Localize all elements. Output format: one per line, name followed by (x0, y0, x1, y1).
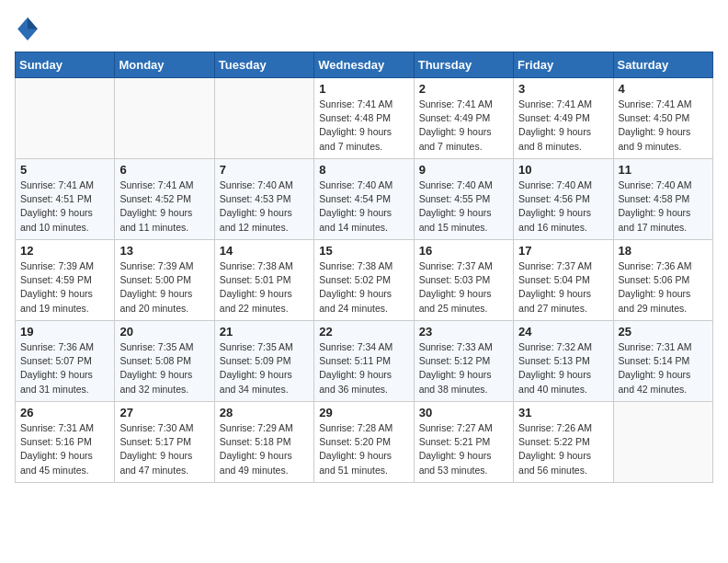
day-of-week-header: Sunday (16, 52, 115, 78)
calendar-cell: 2Sunrise: 7:41 AM Sunset: 4:49 PM Daylig… (414, 78, 513, 159)
day-number: 30 (419, 406, 508, 419)
day-info: Sunrise: 7:41 AM Sunset: 4:49 PM Dayligh… (419, 98, 508, 154)
day-info: Sunrise: 7:35 AM Sunset: 5:08 PM Dayligh… (119, 340, 209, 396)
calendar-cell: 5Sunrise: 7:41 AM Sunset: 4:51 PM Daylig… (16, 159, 115, 240)
day-number: 6 (119, 163, 209, 177)
calendar-cell: 17Sunrise: 7:37 AM Sunset: 5:04 PM Dayli… (514, 240, 613, 321)
day-info: Sunrise: 7:36 AM Sunset: 5:07 PM Dayligh… (20, 340, 109, 396)
day-number: 26 (20, 406, 109, 419)
calendar-week-row: 19Sunrise: 7:36 AM Sunset: 5:07 PM Dayli… (16, 321, 713, 402)
calendar-cell: 16Sunrise: 7:37 AM Sunset: 5:03 PM Dayli… (414, 240, 513, 321)
day-number: 24 (518, 325, 608, 339)
calendar-cell: 12Sunrise: 7:39 AM Sunset: 4:59 PM Dayli… (16, 240, 115, 321)
calendar-cell (613, 402, 712, 483)
calendar-cell: 14Sunrise: 7:38 AM Sunset: 5:01 PM Dayli… (214, 240, 313, 321)
calendar-cell: 25Sunrise: 7:31 AM Sunset: 5:14 PM Dayli… (613, 321, 712, 402)
day-number: 19 (20, 325, 109, 339)
day-number: 9 (419, 163, 508, 177)
day-number: 31 (518, 406, 608, 419)
calendar-cell (115, 78, 214, 159)
day-info: Sunrise: 7:41 AM Sunset: 4:51 PM Dayligh… (20, 178, 109, 235)
day-info: Sunrise: 7:31 AM Sunset: 5:14 PM Dayligh… (619, 340, 708, 396)
day-number: 8 (319, 163, 408, 177)
day-info: Sunrise: 7:27 AM Sunset: 5:21 PM Dayligh… (419, 421, 508, 477)
calendar-cell: 6Sunrise: 7:41 AM Sunset: 4:52 PM Daylig… (115, 159, 214, 240)
day-of-week-header: Saturday (613, 52, 712, 78)
page-header (15, 15, 713, 40)
calendar-cell: 11Sunrise: 7:40 AM Sunset: 4:58 PM Dayli… (613, 159, 712, 240)
day-info: Sunrise: 7:28 AM Sunset: 5:20 PM Dayligh… (319, 421, 408, 477)
day-info: Sunrise: 7:29 AM Sunset: 5:18 PM Dayligh… (220, 421, 309, 477)
day-number: 21 (220, 325, 309, 339)
calendar-cell: 9Sunrise: 7:40 AM Sunset: 4:55 PM Daylig… (414, 159, 513, 240)
day-number: 28 (220, 406, 309, 419)
calendar-cell: 3Sunrise: 7:41 AM Sunset: 4:49 PM Daylig… (514, 78, 613, 159)
day-info: Sunrise: 7:31 AM Sunset: 5:16 PM Dayligh… (20, 421, 109, 477)
day-of-week-header: Monday (115, 52, 214, 78)
day-info: Sunrise: 7:41 AM Sunset: 4:52 PM Dayligh… (119, 178, 209, 235)
day-number: 7 (220, 163, 309, 177)
day-number: 1 (319, 82, 408, 96)
day-number: 27 (119, 406, 209, 419)
day-info: Sunrise: 7:39 AM Sunset: 4:59 PM Dayligh… (20, 259, 109, 316)
day-number: 13 (119, 244, 209, 258)
day-number: 15 (319, 244, 408, 258)
calendar-cell: 18Sunrise: 7:36 AM Sunset: 5:06 PM Dayli… (613, 240, 712, 321)
day-info: Sunrise: 7:34 AM Sunset: 5:11 PM Dayligh… (319, 340, 408, 396)
calendar-cell: 7Sunrise: 7:40 AM Sunset: 4:53 PM Daylig… (214, 159, 313, 240)
day-number: 10 (518, 163, 608, 177)
day-info: Sunrise: 7:26 AM Sunset: 5:22 PM Dayligh… (518, 421, 608, 477)
calendar-cell: 13Sunrise: 7:39 AM Sunset: 5:00 PM Dayli… (115, 240, 214, 321)
day-number: 11 (619, 163, 708, 177)
calendar-table: SundayMondayTuesdayWednesdayThursdayFrid… (15, 52, 713, 483)
calendar-cell: 28Sunrise: 7:29 AM Sunset: 5:18 PM Dayli… (214, 402, 313, 483)
day-of-week-header: Friday (514, 52, 613, 78)
day-number: 18 (619, 244, 708, 258)
day-of-week-header: Wednesday (314, 52, 414, 78)
day-number: 2 (419, 82, 508, 96)
day-number: 29 (319, 406, 408, 419)
calendar-cell: 4Sunrise: 7:41 AM Sunset: 4:50 PM Daylig… (613, 78, 712, 159)
day-number: 17 (518, 244, 608, 258)
day-info: Sunrise: 7:35 AM Sunset: 5:09 PM Dayligh… (220, 340, 309, 396)
logo (15, 15, 44, 40)
calendar-cell: 21Sunrise: 7:35 AM Sunset: 5:09 PM Dayli… (214, 321, 313, 402)
calendar-cell: 10Sunrise: 7:40 AM Sunset: 4:56 PM Dayli… (514, 159, 613, 240)
calendar-cell: 15Sunrise: 7:38 AM Sunset: 5:02 PM Dayli… (314, 240, 414, 321)
day-info: Sunrise: 7:41 AM Sunset: 4:48 PM Dayligh… (319, 98, 408, 154)
day-info: Sunrise: 7:39 AM Sunset: 5:00 PM Dayligh… (119, 259, 209, 316)
day-number: 4 (619, 82, 708, 96)
day-info: Sunrise: 7:38 AM Sunset: 5:02 PM Dayligh… (319, 259, 408, 316)
calendar-cell (214, 78, 313, 159)
day-number: 3 (518, 82, 608, 96)
day-info: Sunrise: 7:40 AM Sunset: 4:53 PM Dayligh… (220, 178, 309, 235)
day-info: Sunrise: 7:41 AM Sunset: 4:49 PM Dayligh… (518, 98, 608, 154)
calendar-cell: 20Sunrise: 7:35 AM Sunset: 5:08 PM Dayli… (115, 321, 214, 402)
day-number: 22 (319, 325, 408, 339)
day-number: 5 (20, 163, 109, 177)
day-number: 16 (419, 244, 508, 258)
day-info: Sunrise: 7:37 AM Sunset: 5:04 PM Dayligh… (518, 259, 608, 316)
calendar-cell: 23Sunrise: 7:33 AM Sunset: 5:12 PM Dayli… (414, 321, 513, 402)
calendar-cell: 24Sunrise: 7:32 AM Sunset: 5:13 PM Dayli… (514, 321, 613, 402)
day-info: Sunrise: 7:37 AM Sunset: 5:03 PM Dayligh… (419, 259, 508, 316)
day-number: 14 (220, 244, 309, 258)
calendar-cell: 8Sunrise: 7:40 AM Sunset: 4:54 PM Daylig… (314, 159, 414, 240)
calendar-cell: 1Sunrise: 7:41 AM Sunset: 4:48 PM Daylig… (314, 78, 414, 159)
day-info: Sunrise: 7:30 AM Sunset: 5:17 PM Dayligh… (119, 421, 209, 477)
calendar-cell: 31Sunrise: 7:26 AM Sunset: 5:22 PM Dayli… (514, 402, 613, 483)
day-number: 25 (619, 325, 708, 339)
logo-icon (15, 15, 40, 40)
calendar-week-row: 1Sunrise: 7:41 AM Sunset: 4:48 PM Daylig… (16, 78, 713, 159)
calendar-week-row: 12Sunrise: 7:39 AM Sunset: 4:59 PM Dayli… (16, 240, 713, 321)
calendar-cell (16, 78, 115, 159)
day-number: 12 (20, 244, 109, 258)
calendar-cell: 29Sunrise: 7:28 AM Sunset: 5:20 PM Dayli… (314, 402, 414, 483)
day-info: Sunrise: 7:40 AM Sunset: 4:55 PM Dayligh… (419, 178, 508, 235)
day-info: Sunrise: 7:32 AM Sunset: 5:13 PM Dayligh… (518, 340, 608, 396)
calendar-week-row: 26Sunrise: 7:31 AM Sunset: 5:16 PM Dayli… (16, 402, 713, 483)
calendar-cell: 27Sunrise: 7:30 AM Sunset: 5:17 PM Dayli… (115, 402, 214, 483)
day-info: Sunrise: 7:41 AM Sunset: 4:50 PM Dayligh… (619, 98, 708, 154)
day-info: Sunrise: 7:36 AM Sunset: 5:06 PM Dayligh… (619, 259, 708, 316)
day-info: Sunrise: 7:33 AM Sunset: 5:12 PM Dayligh… (419, 340, 508, 396)
